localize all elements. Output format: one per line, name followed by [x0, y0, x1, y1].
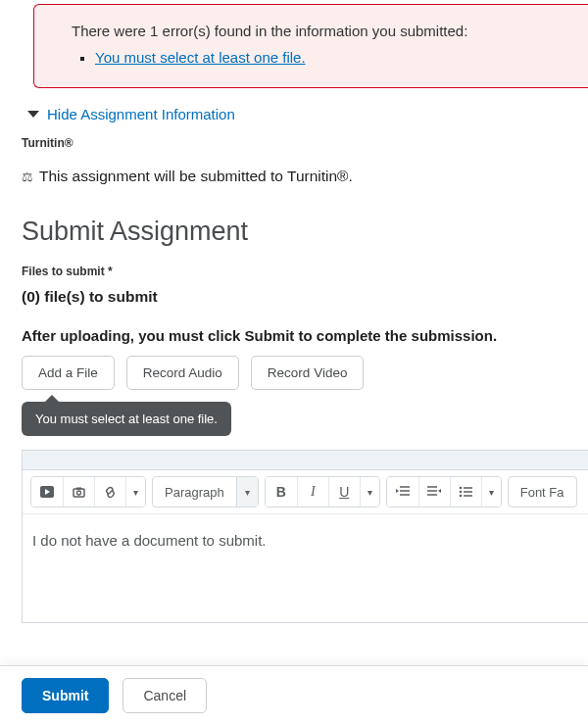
toggle-label: Hide Assignment Information — [47, 106, 235, 122]
editor-toolbar: ▾ Paragraph ▾ B I U ▾ — [23, 470, 588, 514]
bullet-list-icon[interactable] — [450, 477, 481, 507]
svg-marker-6 — [438, 489, 441, 493]
submit-button[interactable]: Submit — [22, 678, 109, 713]
format-group: B I U ▾ — [265, 476, 380, 508]
editor-content[interactable]: I do not have a document to submit. — [23, 514, 588, 622]
error-list: You must select at least one file. — [72, 49, 566, 66]
svg-point-3 — [77, 491, 81, 495]
format-more-icon[interactable]: ▾ — [360, 477, 379, 507]
svg-rect-4 — [76, 488, 81, 490]
chevron-down-icon: ▾ — [236, 477, 258, 507]
media-group: ▾ — [30, 476, 146, 508]
error-title: There were 1 error(s) found in the infor… — [72, 23, 566, 39]
insert-link-icon[interactable] — [94, 477, 125, 507]
insert-image-icon[interactable] — [63, 477, 94, 507]
footer-bar: Submit Cancel — [0, 665, 588, 725]
file-buttons-row: Add a File Record Audio Record Video — [22, 356, 588, 390]
files-label: Files to submit * — [22, 265, 588, 278]
media-more-icon[interactable]: ▾ — [125, 477, 145, 507]
underline-button[interactable]: U — [328, 477, 360, 507]
turnitin-note-text: This assignment will be submitted to Tur… — [39, 168, 353, 185]
upload-note: After uploading, you must click Submit t… — [22, 327, 588, 344]
file-error-tooltip: You must select at least one file. — [22, 402, 231, 436]
font-family-select[interactable]: Font Fa — [508, 476, 577, 508]
rich-text-editor: ▾ Paragraph ▾ B I U ▾ — [22, 450, 588, 623]
list-group: ▾ — [386, 476, 502, 508]
svg-point-9 — [460, 495, 463, 498]
font-family-label: Font Fa — [509, 485, 576, 500]
insert-video-icon[interactable] — [31, 477, 63, 507]
list-more-icon[interactable]: ▾ — [481, 477, 501, 507]
files-count: (0) file(s) to submit — [22, 288, 588, 306]
paragraph-style-label: Paragraph — [153, 485, 236, 500]
svg-rect-2 — [74, 489, 84, 497]
bold-button[interactable]: B — [266, 477, 297, 507]
svg-marker-5 — [396, 489, 399, 493]
tooltip-wrap: You must select at least one file. — [22, 396, 588, 436]
outdent-icon[interactable] — [387, 477, 418, 507]
add-file-button[interactable]: Add a File — [22, 356, 115, 390]
error-item: You must select at least one file. — [95, 49, 566, 66]
error-link[interactable]: You must select at least one file. — [95, 49, 306, 66]
caret-down-icon — [27, 111, 39, 118]
indent-icon[interactable] — [418, 477, 450, 507]
turnitin-note-row: ⚖ This assignment will be submitted to T… — [22, 168, 588, 185]
page-title: Submit Assignment — [22, 217, 588, 247]
cancel-button[interactable]: Cancel — [122, 678, 207, 713]
record-audio-button[interactable]: Record Audio — [126, 356, 239, 390]
svg-point-8 — [460, 491, 463, 494]
turnitin-heading: Turnitin® — [22, 136, 588, 150]
turnitin-icon: ⚖ — [22, 169, 33, 184]
svg-point-7 — [460, 487, 463, 490]
record-video-button[interactable]: Record Video — [251, 356, 365, 390]
editor-banner — [23, 451, 588, 470]
toggle-assignment-info[interactable]: Hide Assignment Information — [27, 106, 588, 122]
italic-button[interactable]: I — [297, 477, 328, 507]
error-banner: There were 1 error(s) found in the infor… — [33, 4, 588, 88]
paragraph-style-select[interactable]: Paragraph ▾ — [152, 476, 259, 508]
